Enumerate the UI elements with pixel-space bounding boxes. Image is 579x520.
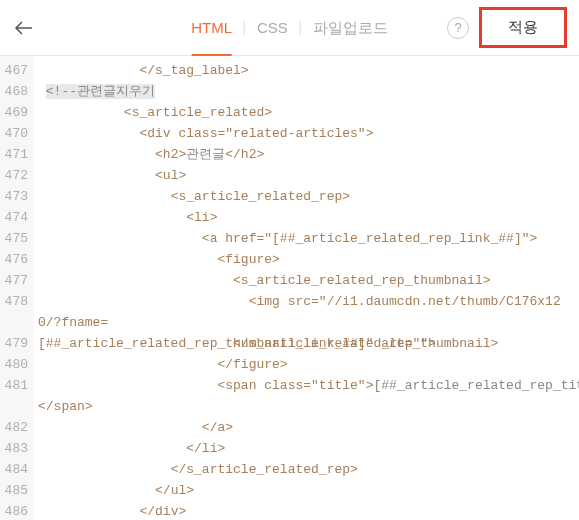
- tab-html[interactable]: HTML: [179, 0, 244, 56]
- header-right: ? 적용: [447, 7, 567, 48]
- back-button[interactable]: [12, 16, 36, 40]
- back-arrow-icon: [14, 20, 34, 36]
- tab-file-upload[interactable]: 파일업로드: [301, 0, 400, 56]
- code-editor[interactable]: 4674684694704714724734744754764774784794…: [0, 56, 579, 520]
- tab-bar: HTML CSS 파일업로드: [179, 0, 400, 56]
- help-button[interactable]: ?: [447, 17, 469, 39]
- tab-css[interactable]: CSS: [245, 0, 300, 56]
- editor-header: HTML CSS 파일업로드 ? 적용: [0, 0, 579, 56]
- apply-button[interactable]: 적용: [479, 7, 567, 48]
- line-gutter: 4674684694704714724734744754764774784794…: [0, 56, 34, 520]
- code-area[interactable]: </s_tag_label> <!--관련글지우기 <s_article_rel…: [34, 56, 579, 520]
